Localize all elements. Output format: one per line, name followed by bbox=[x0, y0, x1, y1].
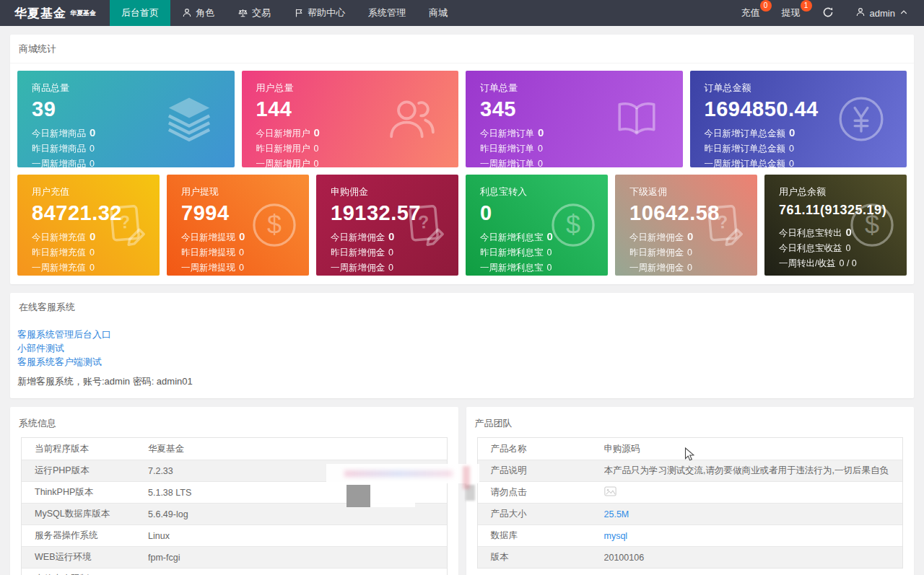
layers-icon bbox=[162, 92, 216, 146]
nav-item-help[interactable]: 帮助中心 bbox=[282, 0, 357, 26]
recharge-label: 充值 bbox=[741, 7, 760, 18]
product-team-title: 产品团队 bbox=[466, 407, 915, 437]
nav-item-label: 商城 bbox=[429, 6, 448, 19]
stat-line-value: 0 bbox=[314, 159, 319, 167]
product-team-table: 产品名称申购源码产品说明本产品只为学习测试交流,请勿要做商业或者用于违法行为,一… bbox=[477, 437, 904, 569]
top-navbar: 华夏基金 华夏基金 后台首页角色交易帮助中心系统管理商城 充值 0 提现 1 a… bbox=[0, 0, 924, 26]
stat-line-label: 昨日新增订单 bbox=[480, 144, 534, 154]
product-value: 20100106 bbox=[604, 553, 903, 563]
dollar-icon: $ bbox=[547, 199, 599, 251]
service-link-service-admin-entry[interactable]: 客服系统管理后台入口 bbox=[17, 328, 903, 341]
doc-icon: ? bbox=[698, 200, 749, 250]
doc-icon: ? bbox=[399, 200, 450, 250]
dollar-icon: $ bbox=[846, 199, 898, 251]
withdraw-badge: 1 bbox=[801, 0, 812, 12]
sysinfo-value: Linux bbox=[148, 531, 447, 541]
stat-line-label: 昨日新增充值 bbox=[32, 247, 86, 258]
service-link-widget-test[interactable]: 小部件测试 bbox=[17, 341, 903, 355]
service-link-service-client-test[interactable]: 客服系统客户端测试 bbox=[17, 355, 903, 369]
sysinfo-value: 华夏基金 bbox=[148, 443, 447, 455]
product-value-link[interactable]: mysql bbox=[604, 531, 628, 541]
stat-line-label: 今日新增用户 bbox=[256, 128, 310, 139]
stat-line-value: 0 bbox=[239, 247, 244, 258]
refresh-icon[interactable] bbox=[822, 6, 834, 20]
logo[interactable]: 华夏基金 华夏基金 bbox=[0, 0, 110, 26]
stat-line-label: 昨日新增用户 bbox=[256, 144, 310, 154]
doc-icon: ? bbox=[100, 200, 151, 250]
navbar-right: 充值 0 提现 1 admin bbox=[741, 0, 924, 26]
stat-line-value: 0 bbox=[388, 247, 393, 258]
stat-line-value: 0 bbox=[90, 159, 95, 167]
product-row: 数据库mysql bbox=[478, 524, 903, 546]
product-team-panel: 产品团队 产品名称申购源码产品说明本产品只为学习测试交流,请勿要做商业或者用于违… bbox=[466, 407, 915, 575]
stat-card-title: 用户提现 bbox=[181, 185, 309, 198]
nav-item-label: 帮助中心 bbox=[308, 6, 345, 19]
product-label: 请勿点击 bbox=[478, 486, 604, 499]
stat-line-value: 0 bbox=[789, 144, 794, 154]
stat-line-value: 0 bbox=[90, 144, 95, 154]
online-service-body: 客服系统管理后台入口小部件测试客服系统客户端测试 新增客服系统，账号:admin… bbox=[10, 322, 914, 398]
sysinfo-row: ThinkPHP版本5.1.38 LTS bbox=[22, 481, 447, 503]
product-label: 产品大小 bbox=[478, 508, 604, 520]
product-value-link[interactable]: 25.5M bbox=[604, 509, 629, 519]
nav-item-label: 交易 bbox=[252, 6, 271, 19]
book-icon bbox=[609, 94, 664, 144]
stat-line-value: 0 bbox=[90, 126, 95, 139]
recharge-button[interactable]: 充值 0 bbox=[741, 6, 760, 19]
stat-line-value: 0 bbox=[90, 247, 95, 258]
logo-sup-text: 华夏基金 bbox=[70, 9, 96, 18]
flag-icon bbox=[294, 8, 304, 18]
stat-card-line: 一周新增商品0 bbox=[32, 157, 235, 167]
online-service-panel: 在线客服系统 客服系统管理后台入口小部件测试客服系统客户端测试 新增客服系统，账… bbox=[10, 293, 914, 398]
stat-line-value: 0 bbox=[90, 230, 95, 242]
stat-line-label: 今日新增订单 bbox=[480, 128, 534, 139]
nav-item-trade[interactable]: 交易 bbox=[226, 0, 282, 26]
stat-card-title: 利息宝转入 bbox=[480, 185, 608, 198]
stat-card-title: 用户总余额 bbox=[779, 185, 907, 198]
yen-icon bbox=[834, 92, 888, 146]
svg-text:?: ? bbox=[716, 211, 729, 232]
sysinfo-label: 运行PHP版本 bbox=[22, 465, 148, 477]
stat-line-label: 昨日新增商品 bbox=[32, 144, 86, 154]
stat-card-title: 申购佣金 bbox=[331, 185, 458, 198]
stat-line-label: 一周新增佣金 bbox=[629, 263, 684, 273]
svg-text:$: $ bbox=[566, 210, 580, 240]
sysinfo-row: 当前程序版本华夏基金 bbox=[22, 438, 447, 460]
withdraw-label: 提现 bbox=[782, 7, 801, 18]
stat-line-label: 一周转出/收益 bbox=[779, 258, 835, 268]
mall-stats-panel: 商城统计 商品总量39今日新增商品0昨日新增商品0一周新增商品0用户总量144今… bbox=[10, 35, 914, 284]
sysinfo-value: fpm-fcgi bbox=[148, 553, 447, 563]
stat-line-value: 0 bbox=[388, 263, 393, 273]
service-note: 新增客服系统，账号:admin 密码: admin01 bbox=[17, 375, 903, 388]
nav-item-label: 系统管理 bbox=[368, 6, 406, 19]
nav-item-system[interactable]: 系统管理 bbox=[357, 0, 417, 26]
stat-line-label: 今日新增提现 bbox=[181, 232, 235, 242]
stat-card-line: 一周新增用户0 bbox=[256, 157, 459, 167]
system-info-table: 当前程序版本华夏基金运行PHP版本7.2.33ThinkPHP版本5.1.38 … bbox=[21, 437, 448, 575]
stat-line-label: 一周新增用户 bbox=[256, 159, 310, 167]
stat-line-value: 0 bbox=[789, 126, 795, 139]
stat-line-label: 一周新增订单 bbox=[480, 159, 534, 167]
stat-line-label: 昨日新增订单总金额 bbox=[705, 144, 786, 154]
stat-line-label: 一周新增商品 bbox=[32, 159, 86, 167]
stat-line-label: 昨日新增佣金 bbox=[331, 247, 385, 258]
nav-item-mall[interactable]: 商城 bbox=[417, 0, 459, 26]
stat-line-label: 一周新增利息宝 bbox=[480, 263, 544, 273]
stat-card-line: 一周新增提现0 bbox=[181, 260, 309, 276]
stat-line-value: 0 bbox=[314, 126, 320, 139]
sysinfo-label: MySQL数据库版本 bbox=[22, 508, 148, 520]
stat-card-title: 下级返佣 bbox=[629, 185, 757, 198]
nav-item-label: 角色 bbox=[196, 6, 214, 19]
stat-card-purchase-commission: 申购佣金19132.57今日新增佣金0昨日新增佣金0一周新增佣金0? bbox=[316, 175, 458, 276]
withdraw-button[interactable]: 提现 1 bbox=[782, 6, 801, 19]
admin-menu[interactable]: admin bbox=[855, 7, 908, 19]
stat-line-value: 0 bbox=[538, 126, 544, 139]
product-label: 数据库 bbox=[478, 530, 604, 542]
online-service-title: 在线客服系统 bbox=[10, 293, 914, 322]
product-value: 申购源码 bbox=[604, 443, 903, 455]
nav-item-roles[interactable]: 角色 bbox=[170, 0, 226, 26]
stat-line-label: 昨日新增利息宝 bbox=[480, 247, 544, 258]
product-value: 本产品只为学习测试交流,请勿要做商业或者用于违法行为,一切后果自负 bbox=[604, 465, 903, 477]
stat-line-label: 今日新增订单总金额 bbox=[705, 128, 786, 139]
nav-item-home[interactable]: 后台首页 bbox=[110, 0, 170, 26]
